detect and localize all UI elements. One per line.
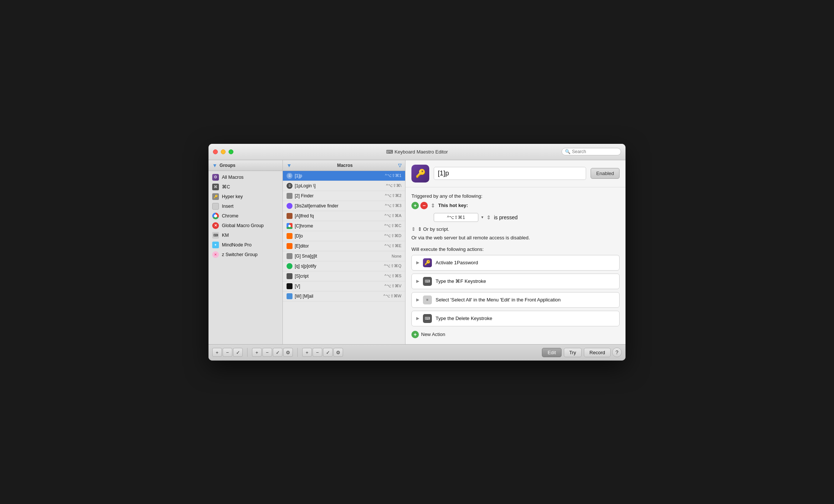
macro-item-alfred[interactable]: [A]lfred fq ^⌥⇧⌘A [283, 211, 405, 221]
chrome-icon [212, 213, 219, 219]
action-label-select-all: Select 'Select All' in the Menu 'Edit' i… [436, 297, 561, 303]
actions-gear-button[interactable]: ⚙ [333, 348, 343, 357]
group-item-chrome[interactable]: Chrome [208, 211, 282, 221]
group-item-hyper-key[interactable]: 🔑 Hyper key [208, 192, 282, 201]
action-expand-icon-select-all[interactable]: ▶ [416, 297, 419, 302]
macro-shortcut-do: ^⌥⇧⌘D [384, 233, 401, 238]
macros-remove-button[interactable]: − [262, 348, 272, 357]
bottom-toolbar: + − ✓ + − ✓ ⚙ + − ✓ ⚙ Edit Try Record ? [208, 344, 626, 361]
group-item-cmd-c[interactable]: ⌘ ⌘C [208, 182, 282, 192]
macro-item-1p[interactable]: ① [1]p ^⌥⇧⌘1 [283, 171, 405, 181]
enabled-button[interactable]: Enabled [591, 168, 620, 179]
cmd-c-icon: ⌘ [212, 184, 219, 190]
action-expand-icon-1p[interactable]: ▶ [416, 260, 419, 265]
macro-item-wmail[interactable]: [W] [M]ail ^⌥⇧⌘W [283, 291, 405, 301]
hotkey-dropdown-arrow[interactable]: ▾ [481, 215, 484, 220]
group-label-global-macro-group: Global Macro Group [222, 223, 264, 228]
help-button[interactable]: ? [612, 348, 622, 357]
action-label-activate-1password: Activate 1Password [436, 260, 478, 265]
detail-panel: 🔑 Enabled Triggered by any of the follow… [405, 160, 626, 344]
hotkey-display[interactable]: ^⌥⇧⌘1 [434, 213, 478, 222]
groups-remove-button[interactable]: − [223, 348, 232, 357]
action-icon-1p: 🔑 [423, 258, 432, 267]
group-label-km: KM [222, 233, 229, 238]
macro-title-input[interactable] [434, 167, 586, 180]
maximize-button[interactable] [229, 149, 233, 154]
macro-item-spotify[interactable]: [q] s[p]otify ^⌥⇧⌘Q [283, 261, 405, 271]
actions-toolbar-group: + − ✓ ⚙ [302, 348, 343, 357]
macros-check-button[interactable]: ✓ [273, 348, 282, 357]
action-item-select-all[interactable]: ▶ ≡ Select 'Select All' in the Menu 'Edi… [411, 292, 620, 308]
macro-name-v: [V] [295, 284, 382, 289]
edit-button[interactable]: Edit [542, 348, 561, 357]
macro-name-snagit: [G] Sna[g]it [295, 253, 389, 259]
actions-check-button[interactable]: ✓ [323, 348, 333, 357]
macro-shortcut-editor: ^⌥⇧⌘E [385, 243, 402, 248]
group-item-global-macro-group[interactable]: ✕ Global Macro Group [208, 221, 282, 230]
or-script-row[interactable]: ⇕ ⇕ Or by script. [411, 226, 620, 232]
groups-check-button[interactable]: ✓ [233, 348, 243, 357]
action-expand-icon-type-delete[interactable]: ▶ [416, 316, 419, 321]
search-box[interactable]: 🔍 [562, 148, 621, 155]
close-button[interactable] [213, 149, 218, 154]
all-macros-icon: ⚙ [212, 174, 219, 181]
is-pressed-label: is pressed [494, 214, 518, 220]
macro-name-do: [D]o [295, 233, 382, 239]
group-item-insert[interactable]: Insert [208, 201, 282, 211]
macros-gear-button[interactable]: ⚙ [283, 348, 293, 357]
macro-item-3is2alt[interactable]: [3is2alt]ernative finder ^⌥⇧⌘3 [283, 201, 405, 211]
macro-name-spotify: [q] s[p]otify [295, 264, 382, 269]
group-item-all-macros[interactable]: ⚙ All Macros [208, 172, 282, 182]
try-button[interactable]: Try [564, 348, 582, 357]
action-item-type-delete[interactable]: ▶ ⌨ Type the Delete Keystroke [411, 311, 620, 326]
or-script-label: ⇕ Or by script. [418, 226, 449, 232]
trigger-remove-button[interactable]: − [420, 202, 428, 209]
main-content: ▼ Groups ⚙ All Macros ⌘ ⌘C 🔑 Hyper key [208, 160, 626, 344]
actions-list: ▶ 🔑 Activate 1Password ▶ ⌨ Type the ⌘F K… [411, 255, 620, 326]
action-icon-type-delete: ⌨ [423, 314, 432, 323]
group-item-km[interactable]: ⌨ KM [208, 230, 282, 240]
group-item-z-switcher-group[interactable]: ✕ z Switcher Group [208, 250, 282, 259]
macro-icon-wmail [287, 293, 292, 299]
record-button[interactable]: Record [584, 348, 611, 357]
macro-item-editor[interactable]: [E]ditor ^⌥⇧⌘E [283, 241, 405, 251]
action-expand-icon-cmd-f[interactable]: ▶ [416, 279, 419, 284]
action-item-activate-1password[interactable]: ▶ 🔑 Activate 1Password [411, 255, 620, 271]
macro-shortcut-spotify: ^⌥⇧⌘Q [384, 264, 401, 268]
macro-name-chrome: [C]hrome [295, 223, 382, 229]
actions-add-button[interactable]: + [302, 348, 312, 357]
macro-item-script[interactable]: [S]cript ^⌥⇧⌘S [283, 271, 405, 281]
new-action-plus-icon: + [411, 331, 419, 338]
toolbar-separator-1 [247, 348, 248, 357]
macros-add-button[interactable]: + [252, 348, 262, 357]
actions-section: Will execute the following actions: ▶ 🔑 … [411, 246, 620, 338]
trigger-add-button[interactable]: + [411, 202, 419, 209]
mindnode-pro-icon: ✦ [212, 242, 219, 248]
groups-add-button[interactable]: + [212, 348, 222, 357]
hyper-key-icon: 🔑 [212, 193, 219, 200]
group-label-hyper-key: Hyper key [222, 194, 243, 199]
search-icon: 🔍 [565, 149, 570, 154]
macro-shortcut-chrome: ^⌥⇧⌘C [384, 223, 401, 228]
action-item-type-cmd-f[interactable]: ▶ ⌨ Type the ⌘F Keystroke [411, 274, 620, 289]
macro-item-do[interactable]: [D]o ^⌥⇧⌘D [283, 231, 405, 241]
search-input[interactable] [572, 149, 618, 154]
macro-item-snagit[interactable]: [G] Sna[g]it None [283, 251, 405, 261]
trigger-updown-icon: ⇕ [431, 203, 435, 209]
macro-icon-3is2alt [287, 203, 292, 209]
macros-header-label: Macros [337, 163, 353, 168]
macro-item-v[interactable]: [V] ^⌥⇧⌘V [283, 281, 405, 291]
group-label-chrome: Chrome [222, 213, 238, 219]
actions-remove-button[interactable]: − [313, 348, 322, 357]
new-action-row[interactable]: + New Action [411, 331, 620, 338]
macro-item-chrome-macro[interactable]: [C]hrome ^⌥⇧⌘C [283, 221, 405, 231]
minimize-button[interactable] [221, 149, 226, 154]
group-label-cmd-c: ⌘C [222, 184, 230, 190]
macro-icon-1plogin: ① [287, 183, 292, 189]
group-item-mindnode-pro[interactable]: ✦ MindNode Pro [208, 240, 282, 250]
action-icon-cmd-f: ⌨ [423, 277, 432, 286]
macro-item-1plogin[interactable]: ① [1pLogin \] ^⌥⇧⌘\ [283, 181, 405, 191]
macro-shortcut-snagit: None [392, 254, 401, 258]
macro-shortcut-wmail: ^⌥⇧⌘W [383, 294, 401, 298]
macro-item-2finder[interactable]: [2] Finder ^⌥⇧⌘2 [283, 191, 405, 201]
